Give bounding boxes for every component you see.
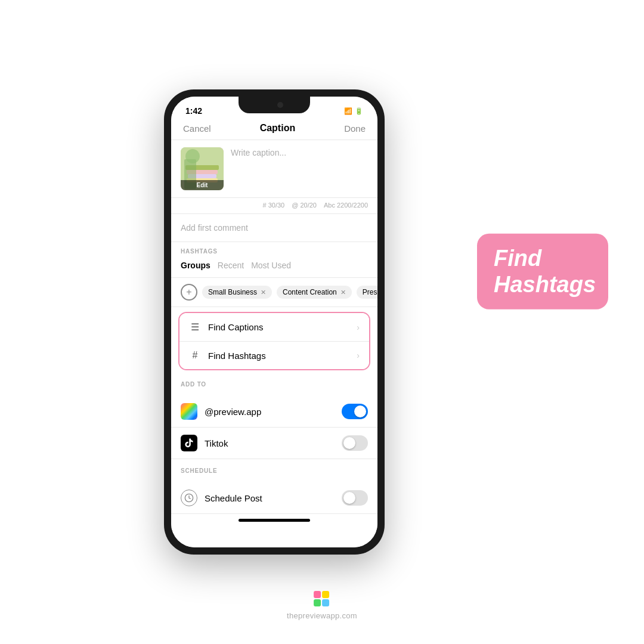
schedule-section-label: SCHEDULE	[171, 459, 377, 478]
hash-icon: #	[189, 350, 201, 361]
page-title: Caption	[260, 123, 296, 134]
chevron-right-icon: ›	[357, 323, 360, 332]
phone-screen: 1:42 📶 🔋 Cancel Caption Done	[171, 97, 377, 547]
nav-bar: Cancel Caption Done	[171, 118, 377, 140]
find-hashtags-badge: Find Hashtags	[477, 234, 608, 309]
chip-label: Presets	[363, 288, 377, 296]
group-chip-content-creation[interactable]: Content Creation ✕	[277, 286, 352, 299]
preview-app-icon	[181, 403, 197, 420]
hashtag-tabs: Groups Recent Most Used	[171, 258, 377, 278]
chip-close-icon[interactable]: ✕	[261, 289, 266, 296]
counter-row: # 30/30 @ 20/20 Abc 2200/2200	[171, 198, 377, 214]
tab-most-used[interactable]: Most Used	[251, 258, 298, 273]
svg-rect-10	[314, 599, 321, 606]
preview-logo	[314, 591, 330, 608]
plus-icon: +	[186, 287, 191, 297]
toggle-thumb	[343, 437, 355, 449]
branding-url: thepreviewapp.com	[287, 611, 357, 620]
groups-row: + Small Business ✕ Content Creation ✕ Pr…	[171, 278, 377, 307]
tiktok-toggle[interactable]	[342, 435, 368, 451]
first-comment[interactable]: Add first comment	[171, 214, 377, 242]
svg-point-6	[185, 149, 200, 163]
status-icons: 📶 🔋	[344, 107, 363, 115]
mention-counter: @ 20/20	[292, 202, 317, 209]
add-to-section: @preview.app Tiktok	[171, 391, 377, 459]
bottom-branding: thepreviewapp.com	[287, 591, 357, 620]
page: 1:42 📶 🔋 Cancel Caption Done	[0, 0, 644, 644]
phone-frame: 1:42 📶 🔋 Cancel Caption Done	[164, 89, 385, 555]
done-button[interactable]: Done	[344, 123, 366, 134]
svg-rect-11	[322, 599, 329, 606]
chip-close-icon[interactable]: ✕	[340, 289, 346, 296]
clock-icon	[181, 490, 197, 506]
badge-line2: Hashtags	[494, 271, 592, 298]
schedule-section: Schedule Post	[171, 478, 377, 514]
cancel-button[interactable]: Cancel	[183, 123, 211, 134]
notch-camera	[277, 102, 283, 108]
hashtags-section-label: HASHTAGS	[171, 242, 377, 258]
chevron-right-icon: ›	[357, 351, 360, 360]
preview-app-toggle[interactable]	[342, 404, 368, 419]
chip-label: Content Creation	[283, 288, 337, 296]
status-time: 1:42	[185, 106, 202, 116]
screen-content: Edit Write caption... # 30/30 @ 20/20 Ab…	[171, 140, 377, 547]
toggle-thumb	[354, 405, 366, 417]
wifi-icon: 📶	[344, 107, 352, 115]
home-indicator	[239, 519, 310, 522]
find-hashtags-row[interactable]: # Find Hashtags ›	[179, 342, 369, 369]
phone-notch	[239, 97, 310, 113]
thumbnail: Edit	[181, 147, 224, 190]
add-group-button[interactable]: +	[181, 284, 197, 301]
char-counter: Abc 2200/2200	[324, 202, 368, 209]
tab-recent[interactable]: Recent	[218, 258, 251, 273]
find-rows-container: ☰ Find Captions › # Find Hashtags ›	[178, 312, 370, 370]
group-chip-small-business[interactable]: Small Business ✕	[202, 286, 272, 299]
caption-area: Edit Write caption...	[171, 140, 377, 198]
schedule-post-toggle[interactable]	[342, 490, 368, 506]
lines-icon: ☰	[189, 321, 201, 333]
thumbnail-edit-label[interactable]: Edit	[181, 180, 224, 190]
tiktok-label: Tiktok	[205, 438, 335, 448]
hashtag-counter: # 30/30	[263, 202, 285, 209]
badge-line1: Find	[494, 246, 592, 272]
tab-groups[interactable]: Groups	[181, 258, 218, 273]
tiktok-svg	[184, 438, 194, 448]
svg-rect-9	[322, 591, 329, 598]
preview-app-toggle-row: @preview.app	[171, 396, 377, 428]
add-to-section-label: ADD TO	[171, 375, 377, 391]
caption-placeholder: Write caption...	[231, 145, 286, 157]
toggle-thumb	[343, 492, 355, 504]
first-comment-placeholder: Add first comment	[181, 223, 248, 233]
find-captions-label: Find Captions	[208, 322, 349, 332]
find-hashtags-label: Find Hashtags	[208, 351, 349, 361]
schedule-post-row: Schedule Post	[171, 482, 377, 514]
tiktok-icon	[181, 435, 197, 451]
schedule-post-label: Schedule Post	[205, 493, 335, 503]
preview-app-label: @preview.app	[205, 407, 335, 417]
svg-rect-8	[314, 591, 321, 598]
chip-label: Small Business	[208, 288, 257, 296]
clock-svg	[184, 493, 194, 503]
caption-input[interactable]: Write caption...	[231, 147, 368, 190]
tiktok-toggle-row: Tiktok	[171, 428, 377, 459]
find-captions-row[interactable]: ☰ Find Captions ›	[179, 313, 369, 342]
group-chip-presets[interactable]: Presets	[357, 286, 377, 299]
battery-icon: 🔋	[355, 107, 363, 115]
